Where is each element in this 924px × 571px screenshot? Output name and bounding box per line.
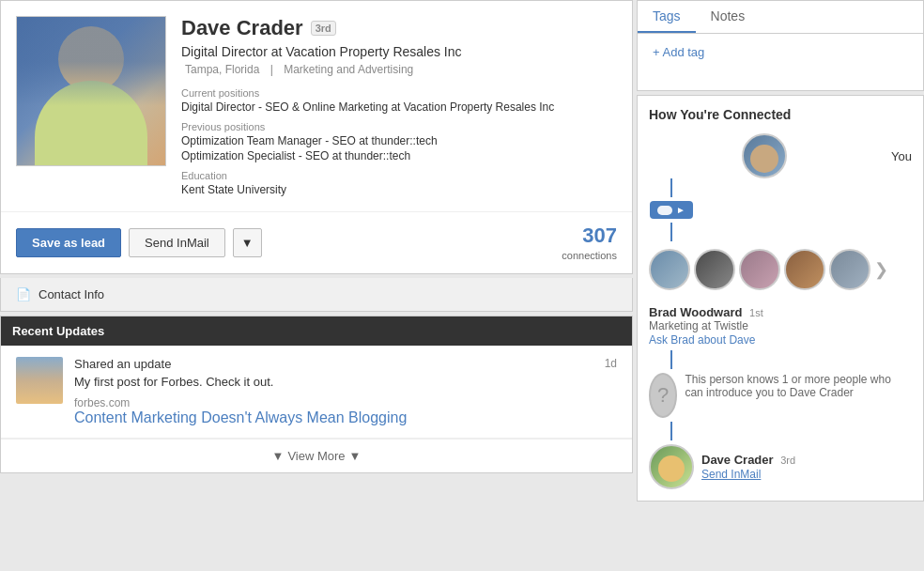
mutual-avatar-2[interactable] xyxy=(694,249,735,290)
update-time: 1d xyxy=(605,357,617,371)
tags-notes-card: Tags Notes + Add tag xyxy=(637,0,924,91)
connection-you-row: You xyxy=(649,133,912,178)
right-panel: Tags Notes + Add tag How You're Connecte… xyxy=(633,0,924,571)
connector-line-2 xyxy=(670,223,672,241)
mutual-person-degree: 1st xyxy=(749,307,763,318)
ask-about-link[interactable]: Ask Brad about Dave xyxy=(649,333,755,347)
current-position-0: Digital Director - SEO & Online Marketin… xyxy=(181,100,617,114)
tab-content-tags: + Add tag xyxy=(638,34,923,90)
connector-line-3 xyxy=(670,350,672,369)
final-person-row: Dave Crader 3rd Send InMail xyxy=(649,444,912,489)
next-chevron[interactable]: ❯ xyxy=(870,259,892,280)
dropdown-button[interactable]: ▼ xyxy=(233,228,262,257)
connections-number: 307 xyxy=(562,224,617,248)
tab-tags[interactable]: Tags xyxy=(638,1,696,33)
you-avatar xyxy=(742,133,787,178)
profile-info: Dave Crader 3rd Digital Director at Vaca… xyxy=(181,16,617,196)
connections-count: 307 connections xyxy=(562,224,617,262)
mutual-avatar-4[interactable] xyxy=(784,249,825,290)
profile-main: Dave Crader 3rd Digital Director at Vaca… xyxy=(1,1,632,211)
view-more-label: View More xyxy=(287,449,345,463)
connection-connector: ► xyxy=(650,201,693,219)
previous-position-0: Optimization Team Manager - SEO at thund… xyxy=(181,134,617,147)
connected-title: How You're Connected xyxy=(649,107,912,122)
add-tag-button[interactable]: + Add tag xyxy=(653,45,908,59)
connector-line-1 xyxy=(670,178,672,197)
recent-updates-card: Recent Updates Shared an update 1d My fi… xyxy=(0,316,633,473)
update-text: My first post for Forbes. Check it out. xyxy=(74,375,617,389)
unknown-avatar: ? xyxy=(649,373,677,418)
avatar xyxy=(16,16,166,166)
mutual-avatar-3[interactable] xyxy=(739,249,780,290)
connections-label: connections xyxy=(562,250,617,261)
contact-info-bar[interactable]: 📄 Contact Info xyxy=(0,278,633,312)
unknown-text: This person knows 1 or more people who c… xyxy=(685,373,912,399)
update-link-title[interactable]: Content Marketing Doesn't Always Mean Bl… xyxy=(74,409,617,426)
tab-notes[interactable]: Notes xyxy=(696,1,761,33)
update-action: Shared an update xyxy=(74,357,171,371)
profile-title: Digital Director at Vacation Property Re… xyxy=(181,44,617,59)
profile-actions: Save as lead Send InMail ▼ 307 connectio… xyxy=(1,211,632,273)
recent-updates-header: Recent Updates xyxy=(1,316,632,346)
update-item: Shared an update 1d My first post for Fo… xyxy=(1,346,632,439)
mutual-person-info: Brad Woodward 1st Marketing at Twistle A… xyxy=(649,305,912,347)
unknown-person-row: ? This person knows 1 or more people who… xyxy=(649,373,912,418)
education-label: Education xyxy=(181,170,617,181)
mutual-person-sub: Marketing at Twistle xyxy=(649,319,912,332)
left-panel: Dave Crader 3rd Digital Director at Vaca… xyxy=(0,0,633,571)
final-person-avatar xyxy=(649,444,694,489)
profile-name-row: Dave Crader 3rd xyxy=(181,16,617,40)
degree-badge: 3rd xyxy=(311,21,336,36)
final-send-inmail-link[interactable]: Send InMail xyxy=(701,468,761,481)
save-lead-button[interactable]: Save as lead xyxy=(16,228,121,257)
you-label: You xyxy=(891,149,912,163)
mutual-avatars xyxy=(649,249,870,290)
current-positions-label: Current positions xyxy=(181,87,617,99)
mutual-avatar-5[interactable] xyxy=(829,249,870,290)
connected-card: How You're Connected You ► xyxy=(637,95,924,502)
mutual-avatar-1[interactable] xyxy=(649,249,690,290)
education-0: Kent State University xyxy=(181,183,617,196)
update-avatar xyxy=(16,357,63,404)
mutual-person-name: Brad Woodward xyxy=(649,305,742,319)
final-person-name: Dave Crader xyxy=(701,453,774,467)
mutual-row: ❯ xyxy=(649,241,912,298)
previous-positions-label: Previous positions xyxy=(181,121,617,132)
view-more-button[interactable]: ▼ View More ▼ xyxy=(1,439,632,472)
update-meta: Shared an update 1d xyxy=(74,357,617,371)
app-layout: Dave Crader 3rd Digital Director at Vaca… xyxy=(0,0,924,571)
send-inmail-button[interactable]: Send InMail xyxy=(129,228,225,257)
previous-position-1: Optimization Specialist - SEO at thunder… xyxy=(181,149,617,162)
connector-line-4 xyxy=(670,422,672,440)
profile-location: Tampa, Florida | Marketing and Advertisi… xyxy=(181,63,617,76)
update-content: Shared an update 1d My first post for Fo… xyxy=(74,357,617,426)
tabs-header: Tags Notes xyxy=(638,1,923,34)
profile-name: Dave Crader xyxy=(181,16,303,40)
contact-info-label: Contact Info xyxy=(38,287,104,301)
contact-icon: 📄 xyxy=(16,287,31,301)
final-person-degree: 3rd xyxy=(780,455,795,466)
profile-card: Dave Crader 3rd Digital Director at Vaca… xyxy=(0,0,633,274)
update-link-domain: forbes.com xyxy=(74,396,617,409)
